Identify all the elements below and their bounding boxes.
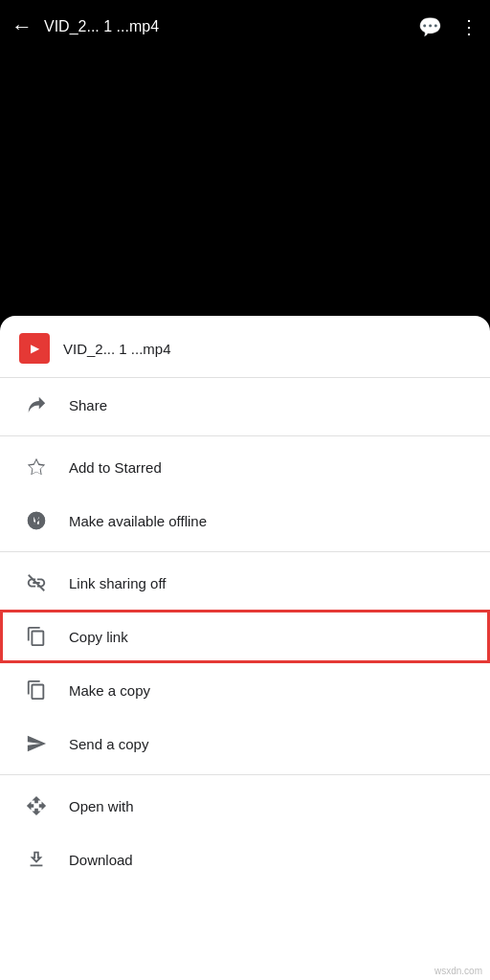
divider-1 <box>0 435 490 436</box>
svg-line-0 <box>29 575 45 591</box>
divider-3 <box>0 774 490 775</box>
menu-item-share[interactable]: Share <box>0 378 490 432</box>
link-sharing-label: Link sharing off <box>69 575 166 591</box>
add-starred-label: Add to Starred <box>69 459 162 476</box>
offline-icon <box>19 503 54 538</box>
star-icon <box>19 450 54 484</box>
download-label: Download <box>69 852 133 868</box>
menu-item-copy-link[interactable]: Copy link <box>0 610 490 663</box>
menu-item-send-copy[interactable]: Send a copy <box>0 717 490 770</box>
divider-2 <box>0 551 490 552</box>
menu-item-add-starred[interactable]: Add to Starred <box>0 440 490 494</box>
menu-item-offline[interactable]: Make available offline <box>0 494 490 547</box>
menu-item-link-sharing[interactable]: Link sharing off <box>0 556 490 610</box>
send-copy-label: Send a copy <box>69 736 148 752</box>
watermark: wsxdn.com <box>434 966 482 976</box>
download-icon <box>19 842 54 877</box>
menu-item-make-copy[interactable]: Make a copy <box>0 663 490 717</box>
video-title: VID_2... 1 ...mp4 <box>44 18 418 35</box>
video-area: ← VID_2... 1 ...mp4 💬 ⋮ <box>0 0 490 354</box>
make-copy-icon <box>19 673 54 707</box>
menu-item-open-with[interactable]: Open with <box>0 779 490 833</box>
file-type-icon <box>19 333 50 364</box>
offline-label: Make available offline <box>69 513 207 529</box>
open-with-label: Open with <box>69 798 134 814</box>
copy-link-icon <box>19 619 54 654</box>
share-icon <box>19 388 54 422</box>
bottom-sheet: VID_2... 1 ...mp4 Share Add to Starred M… <box>0 316 490 980</box>
send-copy-icon <box>19 726 54 761</box>
make-copy-label: Make a copy <box>69 682 150 699</box>
file-header: VID_2... 1 ...mp4 <box>0 316 490 378</box>
share-label: Share <box>69 397 107 413</box>
file-name: VID_2... 1 ...mp4 <box>63 341 171 357</box>
header-icons: 💬 ⋮ <box>418 15 479 38</box>
open-with-icon <box>19 789 54 823</box>
copy-link-label: Copy link <box>69 629 128 645</box>
more-icon[interactable]: ⋮ <box>459 15 479 38</box>
back-button[interactable]: ← <box>11 14 33 39</box>
caption-icon[interactable]: 💬 <box>418 15 442 38</box>
top-bar: ← VID_2... 1 ...mp4 💬 ⋮ <box>0 0 490 54</box>
menu-item-download[interactable]: Download <box>0 833 490 886</box>
link-off-icon <box>19 566 54 600</box>
